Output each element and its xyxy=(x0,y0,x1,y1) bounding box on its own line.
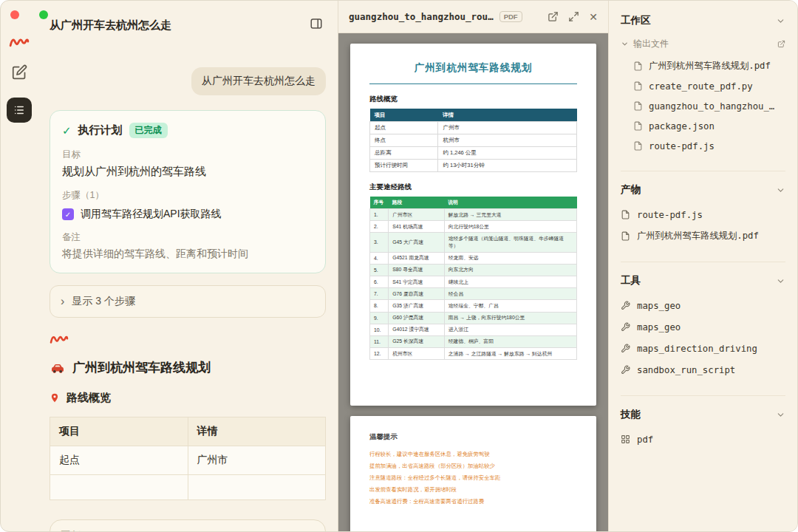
table-row: 1.广州市区解放北路 → 三元里大道 xyxy=(370,209,577,221)
map-pin-icon xyxy=(50,392,60,404)
chat-title: 从广州开车去杭州怎么走 xyxy=(50,18,171,33)
new-chat-button[interactable] xyxy=(12,64,27,83)
plan-card-header: ✓ 执行计划 已完成 xyxy=(62,123,313,138)
artifact-item[interactable]: route-pdf.js xyxy=(621,204,785,225)
pdf-section-1: 路线概览 xyxy=(369,95,577,104)
answer-heading-row: 广州到杭州驾车路线规划 xyxy=(50,359,326,376)
pdf-type-badge: PDF xyxy=(499,11,522,22)
pdf-page-1: 广州到杭州驾车路线规划 路线概览 项目 详情 起点广州市 终点杭州市 总距离约 … xyxy=(350,44,596,406)
table-row: 4.G4521 南龙高速经龙南、安远 xyxy=(370,252,577,264)
nav-rail xyxy=(1,1,38,532)
table-row: 终点杭州市 xyxy=(370,134,577,147)
chevron-down-icon xyxy=(621,40,629,48)
panel-icon xyxy=(310,17,323,30)
open-external-icon[interactable] xyxy=(548,11,559,22)
step-checkbox[interactable]: ✓ xyxy=(62,208,74,220)
table-row: 8.G35 济广高速途经瑞金、宁都、广昌 xyxy=(370,300,577,312)
table-row: 12.杭州市区之浦路 → 之江路隧道 → 解放东路 → 到达杭州 xyxy=(370,348,577,360)
plan-step-row: ✓ 调用驾车路径规划API获取路线 xyxy=(62,208,313,221)
table-row: 10.G4012 溧宁高速进入浙江 xyxy=(370,324,577,335)
chevron-down-icon xyxy=(776,185,785,195)
close-viewer-button[interactable]: ✕ xyxy=(589,12,598,22)
file-item[interactable]: 广州到杭州驾车路线规划.pdf xyxy=(633,56,785,76)
tool-item[interactable]: maps_geo xyxy=(621,316,785,338)
composer-bar: 回复... + xyxy=(38,512,338,532)
output-files-header[interactable]: 输出文件 xyxy=(621,38,785,50)
tips-heading: 温馨提示 xyxy=(369,432,577,442)
goal-label: 目标 xyxy=(62,149,313,161)
skills-section-header[interactable]: 技能 xyxy=(621,408,785,421)
tool-item[interactable]: maps_geo xyxy=(621,295,785,316)
tip-line: 出发前查看实时路况，避开拥堵时段 xyxy=(369,484,577,496)
expand-icon[interactable] xyxy=(568,11,579,22)
tip-line: 提前加满油，出省高速路段（部分区段）加油站较少 xyxy=(369,460,577,472)
output-files-label: 输出文件 xyxy=(633,38,669,50)
pdf-route-table: 序号 路段 说明 1.广州市区解放北路 → 三元里大道 2.S41 机场高速向北… xyxy=(369,197,577,360)
file-item[interactable]: package.json xyxy=(633,116,785,136)
workspace-section-header[interactable]: 工作区 xyxy=(621,14,785,27)
goal-text: 规划从广州到杭州的驾车路线 xyxy=(62,165,313,179)
artifact-item[interactable]: 广州到杭州驾车路线规划.pdf xyxy=(621,225,785,247)
document-icon xyxy=(633,101,643,111)
table-row: 预计行驶时间约 13小时31分钟 xyxy=(370,160,577,172)
file-item[interactable]: route-pdf.js xyxy=(633,136,785,156)
document-icon xyxy=(633,141,643,151)
open-folder-external-icon[interactable] xyxy=(777,40,785,48)
overview-table: 项目 详情 起点 广州市 xyxy=(50,417,326,500)
col-header: 详情 xyxy=(188,417,326,446)
task-list-icon xyxy=(13,103,26,117)
output-file-list: 广州到杭州驾车路线规划.pdf create_route_pdf.py guan… xyxy=(633,56,785,156)
document-icon xyxy=(633,121,643,131)
reply-input[interactable]: 回复... + xyxy=(50,519,326,532)
tip-line: 行程较长，建议中途在服务区休息，避免疲劳驾驶 xyxy=(369,449,577,460)
artifacts-section-header[interactable]: 产物 xyxy=(621,183,785,197)
tasks-nav-button[interactable] xyxy=(7,98,32,123)
chat-panel: 从广州开车去杭州怎么走 从广州开车去杭州怎么走 ✓ 执行计划 已完成 目标 规划… xyxy=(38,1,338,532)
workspace-title: 工作区 xyxy=(621,14,651,27)
pdf-overview-table: 项目 详情 起点广州市 终点杭州市 总距离约 1,246 公里 预计行驶时间约 … xyxy=(369,109,577,172)
status-badge: 已完成 xyxy=(129,123,168,138)
close-window-button[interactable] xyxy=(10,10,19,19)
artifacts-section: 产物 route-pdf.js 广州到杭州驾车路线规划.pdf xyxy=(621,171,785,247)
plan-card: ✓ 执行计划 已完成 目标 规划从广州到杭州的驾车路线 步骤（1） ✓ 调用驾车… xyxy=(50,110,326,273)
toggle-side-panel-button[interactable] xyxy=(310,17,323,33)
app-window: 从广州开车去杭州怎么走 从广州开车去杭州怎么走 ✓ 执行计划 已完成 目标 规划… xyxy=(0,0,798,532)
step-text: 调用驾车路径规划API获取路线 xyxy=(81,208,222,221)
skill-list: pdf xyxy=(621,429,785,450)
artifacts-title: 产物 xyxy=(621,183,641,197)
tools-section: 工具 maps_geo maps_geo maps_direction_driv… xyxy=(621,262,785,381)
wrench-icon xyxy=(621,322,630,332)
pdf-page-2: 温馨提示 行程较长，建议中途在服务区休息，避免疲劳驾驶 提前加满油，出省高速路段… xyxy=(350,416,596,532)
table-row: 3.G45 大广高速途经多个隧道（鸡笼山隧道、明珠隧道、牛步峰隧道等） xyxy=(370,233,577,252)
file-item[interactable]: create_route_pdf.py xyxy=(633,76,785,96)
zoom-window-button[interactable] xyxy=(39,10,48,19)
viewer-filename: guangzhou_to_hangzhou_rou… xyxy=(349,11,494,22)
file-item[interactable]: guangzhou_to_hangzhou_… xyxy=(633,96,785,116)
user-message-bubble: 从广州开车去杭州怎么走 xyxy=(191,67,326,95)
table-row: 11.G25 长深高速经建德、桐庐、富阳 xyxy=(370,335,577,347)
tools-section-header[interactable]: 工具 xyxy=(621,274,785,287)
show-steps-toggle[interactable]: › 显示 3 个步骤 xyxy=(50,285,326,318)
plan-title: 执行计划 xyxy=(78,123,123,137)
car-icon xyxy=(50,362,66,374)
wrench-icon xyxy=(621,344,630,353)
skill-item[interactable]: pdf xyxy=(621,429,785,450)
artifact-list: route-pdf.js 广州到杭州驾车路线规划.pdf xyxy=(621,204,785,247)
check-icon: ✓ xyxy=(62,124,72,137)
table-row: 起点广州市 xyxy=(370,122,577,134)
tool-list: maps_geo maps_geo maps_direction_driving… xyxy=(621,295,785,381)
pdf-canvas[interactable]: 广州到杭州驾车路线规划 路线概览 项目 详情 起点广州市 终点杭州市 总距离约 … xyxy=(338,33,608,532)
table-row: 总距离约 1,246 公里 xyxy=(370,147,577,160)
table-row: 起点 广州市 xyxy=(50,446,326,475)
table-row: 6.S41 宁定高速继续北上 xyxy=(370,276,577,287)
tool-item[interactable]: maps_direction_driving xyxy=(621,338,785,359)
window-controls xyxy=(10,10,48,19)
table-row: 7.G76 厦蓉高速经会昌 xyxy=(370,288,577,300)
tool-item[interactable]: sandbox_run_script xyxy=(621,359,785,381)
table-row: 2.S41 机场高速向北行驶约18公里 xyxy=(370,221,577,233)
document-icon xyxy=(633,81,643,91)
table-row-clipped xyxy=(50,475,326,500)
viewer-actions: ✕ xyxy=(548,11,598,22)
viewer-header: guangzhou_to_hangzhou_rou… PDF ✕ xyxy=(338,1,608,33)
steps-label: 步骤（1） xyxy=(62,189,313,202)
